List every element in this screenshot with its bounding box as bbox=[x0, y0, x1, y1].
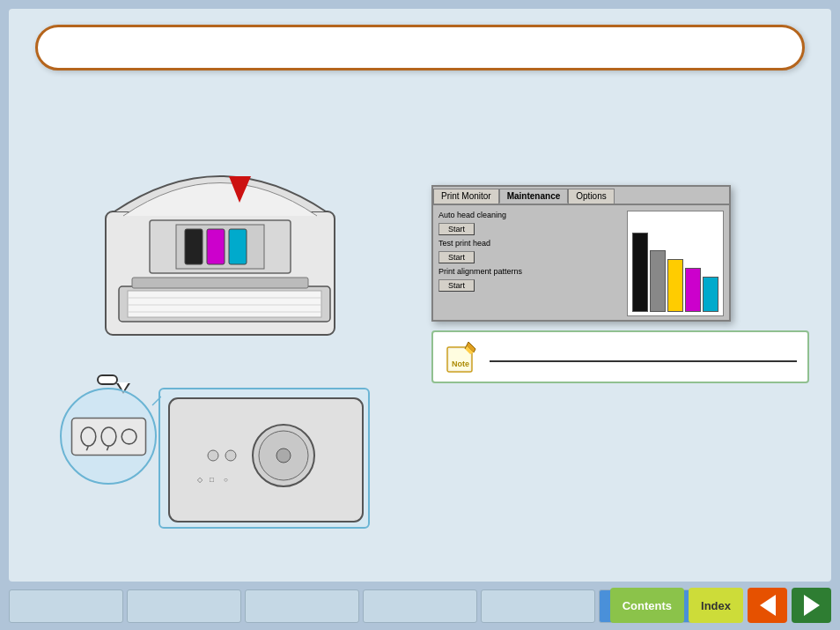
svg-rect-19 bbox=[71, 418, 145, 455]
contents-button[interactable]: Contents bbox=[610, 588, 684, 623]
auto-head-cleaning-label: Auto head cleaning bbox=[438, 211, 622, 219]
print-alignment-start[interactable]: Start bbox=[438, 279, 475, 292]
svg-text:◇: ◇ bbox=[197, 476, 203, 484]
svg-text:□: □ bbox=[210, 476, 214, 484]
svg-rect-9 bbox=[207, 229, 225, 264]
svg-point-30 bbox=[225, 450, 236, 461]
svg-rect-12 bbox=[132, 278, 308, 288]
nav-buttons: Contents Index bbox=[610, 588, 831, 623]
tab-1[interactable] bbox=[9, 589, 123, 623]
print-alignment-label: Print alignment patterns bbox=[438, 267, 622, 276]
note-box: Note bbox=[431, 330, 809, 383]
callout-bubble bbox=[97, 374, 118, 385]
test-print-head-label: Test print head bbox=[438, 239, 622, 248]
test-print-head-start[interactable]: Start bbox=[438, 251, 475, 263]
ink-bar-cyan bbox=[703, 277, 718, 312]
ink-bar-magenta bbox=[685, 268, 701, 312]
title-bar bbox=[35, 25, 805, 70]
tab-3[interactable] bbox=[245, 589, 359, 623]
ink-bar-black bbox=[632, 233, 648, 312]
svg-text:Note: Note bbox=[452, 359, 469, 368]
svg-rect-10 bbox=[229, 229, 247, 264]
next-arrow-icon bbox=[804, 595, 820, 616]
tab-4[interactable] bbox=[363, 589, 477, 623]
tab-options[interactable]: Options bbox=[568, 189, 614, 204]
index-button[interactable]: Index bbox=[689, 588, 743, 623]
bottom-printer-box: ◇ □ ○ bbox=[158, 388, 370, 529]
zoom-detail-svg bbox=[63, 390, 155, 483]
pm-tabs: Print Monitor Maintenance Options bbox=[433, 187, 729, 205]
prev-button[interactable] bbox=[748, 588, 787, 623]
printer-top-illustration bbox=[79, 123, 361, 352]
svg-text:○: ○ bbox=[224, 476, 228, 484]
auto-head-cleaning-start[interactable]: Start bbox=[438, 223, 475, 235]
ink-bar-gray bbox=[650, 250, 666, 312]
prev-arrow-icon bbox=[760, 595, 776, 616]
pm-controls: Auto head cleaning Start Test print head… bbox=[438, 211, 622, 316]
zoom-circle bbox=[60, 388, 157, 485]
pm-body: Auto head cleaning Start Test print head… bbox=[433, 205, 729, 322]
tab-print-monitor[interactable]: Print Monitor bbox=[433, 189, 499, 204]
tab-5[interactable] bbox=[481, 589, 595, 623]
ink-bar-yellow bbox=[667, 259, 683, 312]
tab-2[interactable] bbox=[127, 589, 241, 623]
svg-point-29 bbox=[208, 450, 218, 461]
printer-top-svg bbox=[79, 123, 361, 352]
note-line bbox=[490, 360, 797, 362]
next-button[interactable] bbox=[792, 588, 831, 623]
svg-point-28 bbox=[276, 448, 291, 463]
svg-rect-2 bbox=[128, 291, 321, 317]
bottom-printer-svg: ◇ □ ○ bbox=[160, 389, 372, 530]
tab-maintenance[interactable]: Maintenance bbox=[499, 189, 569, 204]
svg-rect-8 bbox=[185, 229, 203, 264]
note-icon: Note bbox=[444, 338, 481, 375]
ink-level-display bbox=[627, 211, 724, 316]
print-monitor-dialog: Print Monitor Maintenance Options Auto h… bbox=[431, 185, 731, 322]
main-content-area: Print Monitor Maintenance Options Auto h… bbox=[9, 9, 831, 582]
